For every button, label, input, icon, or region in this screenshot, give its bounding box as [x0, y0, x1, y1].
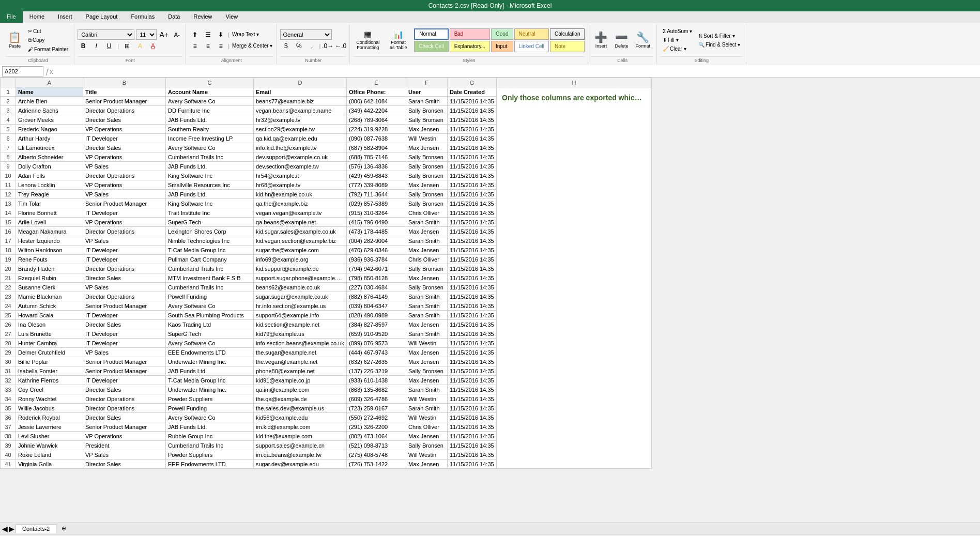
table-cell[interactable]: 11/15/2016 14:35 — [448, 311, 497, 320]
increase-decimal-button[interactable]: .0→ — [322, 41, 333, 51]
table-cell[interactable]: Chris Olliver — [406, 422, 448, 432]
table-cell[interactable]: Coy Creel — [16, 385, 83, 394]
table-cell[interactable]: (470) 629-0346 — [347, 246, 406, 255]
table-cell[interactable]: 11/15/2016 14:35 — [448, 366, 497, 376]
style-check-cell[interactable]: Check Cell — [414, 41, 448, 52]
table-cell[interactable]: Adrienne Sachs — [16, 106, 83, 115]
table-cell[interactable]: Avery Software Co — [166, 413, 254, 422]
table-cell[interactable]: SuperG Tech — [166, 329, 254, 339]
table-cell[interactable]: Mamie Blackman — [16, 292, 83, 301]
table-cell[interactable]: MTM Investment Bank F S B — [166, 273, 254, 283]
table-cell[interactable]: Director Operations — [83, 264, 166, 273]
table-cell[interactable]: (028) 490-0989 — [347, 311, 406, 320]
sort-filter-button[interactable]: ⇅ Sort & Filter ▾ — [696, 32, 743, 40]
table-cell[interactable]: Senior Product Manager — [83, 97, 166, 106]
sheet-tab-contacts[interactable]: Contacts-2 — [16, 524, 56, 533]
table-cell[interactable]: Powder Suppliers — [166, 394, 254, 404]
table-cell[interactable]: qa.beans@example.net — [254, 218, 347, 227]
table-cell[interactable]: T-Cat Media Group Inc — [166, 246, 254, 255]
style-note[interactable]: Note — [550, 41, 585, 52]
table-cell[interactable]: Cumberland Trails Inc — [166, 152, 254, 162]
table-cell[interactable]: EEE Endowments LTD — [166, 460, 254, 469]
prev-sheet-button[interactable]: ◀ — [2, 525, 8, 533]
table-cell[interactable]: Max Jensen — [406, 273, 448, 283]
table-cell[interactable]: Arlie Lovell — [16, 218, 83, 227]
table-cell[interactable]: Will Westin — [406, 413, 448, 422]
table-cell[interactable]: (863) 135-8682 — [347, 385, 406, 394]
table-cell[interactable]: 11/15/2016 14:35 — [448, 162, 497, 171]
table-cell[interactable]: 11/15/2016 14:35 — [448, 422, 497, 432]
table-cell[interactable]: Director Sales — [83, 143, 166, 152]
table-cell[interactable]: Hunter Cambra — [16, 339, 83, 348]
table-cell[interactable]: Alberto Schneider — [16, 152, 83, 162]
table-cell[interactable]: Chris Olliver — [406, 255, 448, 264]
table-cell[interactable]: hr54@example.it — [254, 171, 347, 180]
table-cell[interactable]: dev.section@example.tw — [254, 162, 347, 171]
table-cell[interactable]: EEE Endowments LTD — [166, 348, 254, 357]
table-cell[interactable]: (798) 850-8128 — [347, 273, 406, 283]
tab-review[interactable]: Review — [187, 11, 219, 23]
table-cell[interactable]: VP Operations — [83, 125, 166, 134]
tab-view[interactable]: View — [219, 11, 245, 23]
font-color-button[interactable]: A — [147, 41, 159, 51]
table-cell[interactable]: Sarah Smith — [406, 311, 448, 320]
table-cell[interactable]: Isabella Forster — [16, 366, 83, 376]
conditional-formatting-button[interactable]: ▦ ConditionalFormatting — [353, 28, 382, 52]
table-cell[interactable]: IT Developer — [83, 246, 166, 255]
table-cell[interactable]: Will Westin — [406, 339, 448, 348]
style-good[interactable]: Good — [491, 28, 513, 40]
table-cell[interactable]: (936) 936-3784 — [347, 255, 406, 264]
table-cell[interactable]: Frederic Nagao — [16, 125, 83, 134]
table-cell[interactable]: support.sales@example.cn — [254, 441, 347, 450]
table-cell[interactable]: 11/15/2016 14:35 — [448, 339, 497, 348]
table-cell[interactable]: Pullman Cart Company — [166, 255, 254, 264]
table-cell[interactable]: Director Operations — [83, 171, 166, 180]
table-cell[interactable]: IT Developer — [83, 255, 166, 264]
table-cell[interactable]: 11/15/2016 14:35 — [448, 432, 497, 441]
col-header-D[interactable]: D — [254, 78, 347, 87]
table-cell[interactable]: (268) 789-3064 — [347, 115, 406, 125]
table-cell[interactable]: IT Developer — [83, 329, 166, 339]
table-cell[interactable]: VP Sales — [83, 283, 166, 292]
table-cell[interactable]: qa.kid.qa@example.edu — [254, 134, 347, 143]
table-cell[interactable]: King Software Inc — [166, 171, 254, 180]
bold-button[interactable]: B — [78, 41, 89, 51]
table-cell[interactable]: Rene Fouts — [16, 255, 83, 264]
table-cell[interactable]: (415) 796-0490 — [347, 218, 406, 227]
table-cell[interactable]: Will Westin — [406, 134, 448, 143]
table-cell[interactable]: Max Jensen — [406, 125, 448, 134]
font-name-select[interactable]: Calibri — [78, 29, 134, 40]
table-cell[interactable]: Max Jensen — [406, 348, 448, 357]
table-cell[interactable]: support.sugar.phone@example.org — [254, 273, 347, 283]
table-cell[interactable]: 11/15/2016 14:35 — [448, 450, 497, 460]
table-cell[interactable]: IT Developer — [83, 311, 166, 320]
table-cell[interactable]: im.kid@example.com — [254, 422, 347, 432]
table-cell[interactable]: qa.the@example.biz — [254, 199, 347, 208]
table-cell[interactable]: JAB Funds Ltd. — [166, 190, 254, 199]
table-cell[interactable]: Wilton Hankinson — [16, 246, 83, 255]
table-cell[interactable]: (687) 582-8904 — [347, 143, 406, 152]
table-cell[interactable]: Sally Bronsen — [406, 115, 448, 125]
table-cell[interactable]: Max Jensen — [406, 376, 448, 385]
table-cell[interactable]: Nimble Technologies Inc — [166, 236, 254, 246]
table-cell[interactable]: Max Jensen — [406, 357, 448, 366]
table-cell[interactable]: JAB Funds Ltd. — [166, 115, 254, 125]
table-cell[interactable]: VP Operations — [83, 432, 166, 441]
table-cell[interactable]: (632) 627-2635 — [347, 357, 406, 366]
table-cell[interactable]: SuperG Tech — [166, 218, 254, 227]
table-cell[interactable]: Sarah Smith — [406, 97, 448, 106]
table-cell[interactable]: Max Jensen — [406, 246, 448, 255]
tab-data[interactable]: Data — [161, 11, 187, 23]
table-cell[interactable]: VP Sales — [83, 348, 166, 357]
table-cell[interactable]: Director Operations — [83, 292, 166, 301]
table-cell[interactable]: Roxie Leland — [16, 450, 83, 460]
tab-page-layout[interactable]: Page Layout — [79, 11, 125, 23]
border-button[interactable]: ⊞ — [121, 41, 133, 51]
table-cell[interactable]: Johnie Warwick — [16, 441, 83, 450]
header-cell-name[interactable]: Name — [16, 87, 83, 97]
header-cell-email[interactable]: Email — [254, 87, 347, 97]
table-cell[interactable]: section29@example.tw — [254, 125, 347, 134]
table-cell[interactable]: Underwater Mining Inc. — [166, 357, 254, 366]
header-cell-title[interactable]: Title — [83, 87, 166, 97]
table-cell[interactable]: the.qa@example.de — [254, 394, 347, 404]
